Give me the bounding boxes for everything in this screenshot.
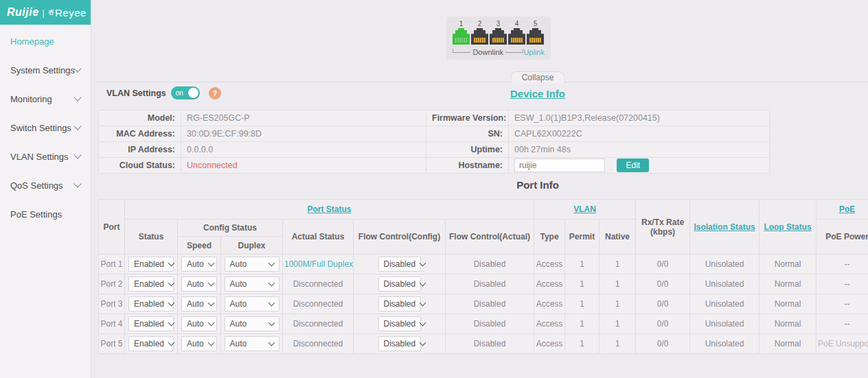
isolation-status-link[interactable]: Isolation Status <box>690 200 760 255</box>
port-4[interactable]: 4 <box>508 19 525 45</box>
chevron-down-icon <box>73 93 81 101</box>
speed-select[interactable]: Auto <box>181 276 217 292</box>
actual-status-cell: Disconnected <box>283 314 354 334</box>
edit-button[interactable]: Edit <box>617 158 649 172</box>
toggle-on-label: on <box>176 89 183 97</box>
cloud-status-label: Cloud Status: <box>99 158 181 174</box>
vlan-permit-cell: 1 <box>565 314 599 334</box>
sidebar-item-homepage[interactable]: Homepage <box>0 27 91 56</box>
help-icon[interactable]: ? <box>209 87 221 99</box>
vlan-settings-row: VLAN Settings on ? <box>106 86 221 99</box>
isolation-cell: Unisolated <box>690 334 760 354</box>
vlan-native-cell: 1 <box>599 274 636 294</box>
port-1[interactable]: 1 <box>453 19 470 45</box>
port-status-panel: 1 2 3 4 5 Downlink Uplink <box>446 16 551 60</box>
loop-cell: Normal <box>760 274 816 294</box>
port-3[interactable]: 3 <box>490 19 507 45</box>
port-number: 3 <box>490 19 507 28</box>
col-duplex: Duplex <box>221 237 283 255</box>
sidebar-item-switch-settings[interactable]: Switch Settings <box>0 113 91 142</box>
duplex-select[interactable]: Auto <box>225 296 279 311</box>
poe-link[interactable]: PoE <box>816 200 868 220</box>
port-cell: Port 5 <box>99 334 125 354</box>
chevron-down-icon <box>73 122 81 130</box>
status-select[interactable]: Enabled <box>128 276 174 292</box>
port-number: 1 <box>453 19 470 28</box>
duplex-select[interactable]: Auto <box>225 257 279 272</box>
brand-reyee-cn: 睿 <box>48 8 54 17</box>
rate-cell: 0/0 <box>636 314 690 334</box>
uplink-label: Uplink <box>523 48 545 56</box>
model-value: RG-ES205GC-P <box>181 110 426 126</box>
col-port: Port <box>99 200 125 255</box>
speed-select[interactable]: Auto <box>181 336 217 351</box>
chevron-down-icon <box>73 151 81 158</box>
rj45-port-icon <box>490 28 507 45</box>
isolation-cell: Unisolated <box>690 274 760 294</box>
vlan-native-cell: 1 <box>599 255 636 274</box>
duplex-select[interactable]: Auto <box>225 276 279 292</box>
status-select[interactable]: Enabled <box>128 336 174 351</box>
loop-cell: Normal <box>760 294 816 314</box>
flow-control-select[interactable]: Disabled <box>378 296 421 311</box>
col-status: Status <box>125 220 178 255</box>
duplex-select[interactable]: Auto <box>225 336 279 351</box>
flow-control-select[interactable]: Disabled <box>378 257 421 272</box>
actual-status-cell: Disconnected <box>283 294 354 314</box>
port-status-link[interactable]: Port Status <box>125 200 534 220</box>
mac-label: MAC Address: <box>99 126 181 142</box>
flow-control-actual-cell: Disabled <box>446 255 534 274</box>
chevron-down-icon <box>268 280 275 287</box>
rate-cell: 0/0 <box>636 294 690 314</box>
status-select[interactable]: Enabled <box>128 257 174 272</box>
rj45-port-icon-uplink-selected <box>527 28 544 45</box>
chevron-down-icon <box>168 280 175 287</box>
port-2[interactable]: 2 <box>471 19 488 45</box>
sidebar-item-poe-settings[interactable]: PoE Settings <box>0 200 91 228</box>
vlan-native-cell: 1 <box>599 314 636 334</box>
chevron-down-icon <box>420 320 426 327</box>
flow-control-select[interactable]: Disabled <box>378 336 421 351</box>
actual-status-cell: 1000M/Full Duplex <box>283 255 354 274</box>
chevron-down-icon <box>420 280 426 287</box>
chevron-down-icon <box>207 260 214 267</box>
status-select[interactable]: Enabled <box>128 296 174 311</box>
port-5-uplink[interactable]: 5 <box>527 19 544 45</box>
chevron-down-icon <box>73 64 81 72</box>
downlink-bracket: Downlink <box>453 48 523 56</box>
sidebar-item-monitoring[interactable]: Monitoring <box>0 84 91 113</box>
vlan-settings-toggle[interactable]: on <box>171 86 200 99</box>
vlan-link[interactable]: VLAN <box>534 200 636 220</box>
flow-control-select[interactable]: Disabled <box>378 316 421 331</box>
poe-power-cell: -- <box>816 274 868 294</box>
status-select[interactable]: Enabled <box>128 316 174 331</box>
chevron-down-icon <box>268 320 275 327</box>
speed-select[interactable]: Auto <box>181 257 217 272</box>
device-info-row: MAC Address: 30:0D:9E:CF:99:8D SN: CAPL6… <box>99 126 770 142</box>
poe-power-cell: -- <box>816 294 868 314</box>
rj45-port-icon-connected <box>453 28 470 45</box>
port-info-table: Port Port Status VLAN Rx/Tx Rate (kbps) … <box>98 199 868 354</box>
sidebar-item-vlan-settings[interactable]: VLAN Settings <box>0 142 91 171</box>
col-config-status: Config Status <box>178 220 283 237</box>
loop-status-link[interactable]: Loop Status <box>760 200 816 255</box>
device-info-title[interactable]: Device Info <box>510 88 565 99</box>
chevron-down-icon <box>168 260 175 267</box>
hostname-input[interactable] <box>514 158 605 172</box>
collapse-button[interactable]: Collapse <box>511 71 565 84</box>
col-flow-control-actual: Flow Control(Actual) <box>446 220 534 255</box>
flow-control-actual-cell: Disabled <box>446 294 534 314</box>
speed-select[interactable]: Auto <box>181 296 217 311</box>
sidebar-item-qos-settings[interactable]: QoS Settings <box>0 171 91 200</box>
flow-control-actual-cell: Disabled <box>446 334 534 354</box>
chevron-down-icon <box>168 340 175 346</box>
sidebar-item-system-settings[interactable]: System Settings <box>0 56 91 84</box>
chevron-down-icon <box>420 260 426 267</box>
uptime-value: 00h 27min 48s <box>509 142 770 158</box>
flow-control-actual-cell: Disabled <box>446 314 534 334</box>
port-row-2: Port 2 Enabled Auto Auto Disconnected Di… <box>99 274 868 294</box>
speed-select[interactable]: Auto <box>181 316 217 331</box>
duplex-select[interactable]: Auto <box>225 316 279 331</box>
col-type: Type <box>534 220 565 255</box>
flow-control-select[interactable]: Disabled <box>378 276 421 292</box>
